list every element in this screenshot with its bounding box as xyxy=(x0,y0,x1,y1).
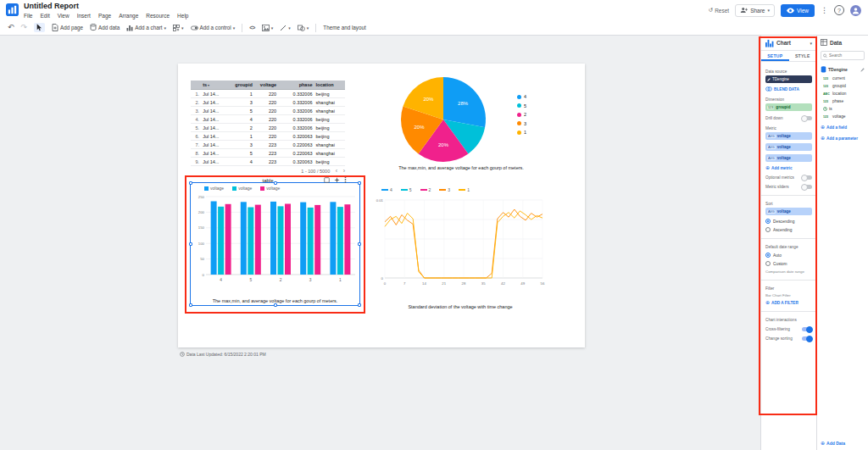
field-voltage[interactable]: 123voltage xyxy=(817,113,868,120)
legend-item-4[interactable]: 4 xyxy=(517,94,526,99)
resize-handle[interactable] xyxy=(358,181,361,185)
chart-panel-header[interactable]: Chart ▾ xyxy=(761,36,816,51)
line-legend-item-4[interactable]: 4 xyxy=(381,187,392,192)
add-chart-button[interactable]: Add a chart ▾ xyxy=(126,25,166,31)
search-field[interactable] xyxy=(821,51,865,60)
page-prev-icon[interactable]: ‹ xyxy=(336,168,337,174)
bar-4-series1[interactable] xyxy=(218,207,224,275)
reset-button[interactable]: ↺ Reset xyxy=(709,7,729,14)
date-range-option-auto[interactable]: Auto xyxy=(765,253,812,258)
app-logo-icon[interactable] xyxy=(6,3,19,16)
menu-arrange[interactable]: Arrange xyxy=(119,13,138,19)
menu-file[interactable]: File xyxy=(24,13,32,19)
bar-5-series1[interactable] xyxy=(248,208,253,275)
cross-filtering-toggle[interactable] xyxy=(802,327,812,331)
table-header-phase[interactable]: phase xyxy=(278,81,314,90)
report-canvas[interactable]: ts▾groupidvoltagephaselocation1.Jul 14..… xyxy=(0,36,760,450)
page-next-icon[interactable]: › xyxy=(343,168,345,174)
data-source-chip[interactable]: TDengine xyxy=(765,75,812,83)
table-row[interactable]: 5.Jul 14...22200.332006beijing xyxy=(191,124,345,132)
bar-2-series2[interactable] xyxy=(285,204,291,275)
tab-setup[interactable]: SETUP xyxy=(761,51,789,61)
bar-2-series1[interactable] xyxy=(278,206,284,275)
sort-option-descending[interactable]: Descending xyxy=(765,219,812,224)
table-header-voltage[interactable]: voltage xyxy=(254,81,278,90)
image-button[interactable]: ▾ xyxy=(262,25,274,31)
legend-item-1[interactable]: 1 xyxy=(517,130,526,135)
undo-button[interactable]: ↶ xyxy=(8,24,14,31)
theme-layout-button[interactable]: Theme and layout xyxy=(323,25,365,31)
menu-insert[interactable]: Insert xyxy=(77,13,91,19)
resize-handle[interactable] xyxy=(189,303,192,307)
menu-resource[interactable]: Resource xyxy=(146,13,170,19)
chevron-down-icon[interactable]: ▾ xyxy=(810,41,812,46)
resize-handle[interactable] xyxy=(358,303,361,307)
shape-tool-button[interactable]: ▾ xyxy=(298,25,309,31)
blend-data-button[interactable]: BLEND DATA xyxy=(765,86,812,92)
menu-edit[interactable]: Edit xyxy=(40,13,49,19)
date-range-option-custom[interactable]: Custom xyxy=(765,261,812,266)
more-options-icon[interactable]: ⋮ xyxy=(821,7,828,14)
table-row[interactable]: 1.Jul 14...12200.332006beijing xyxy=(191,90,345,98)
resize-handle[interactable] xyxy=(189,181,192,185)
embed-button[interactable]: <> xyxy=(249,25,255,31)
bar-4-series0[interactable] xyxy=(211,202,217,275)
table-row[interactable]: 8.Jul 14...52230.220063shanghai xyxy=(191,149,345,158)
add-metric-button[interactable]: ⊕ Add metric xyxy=(765,165,812,170)
field-ts[interactable]: ts xyxy=(817,105,868,113)
bar-1-series2[interactable] xyxy=(344,204,350,275)
pie-chart[interactable]: 28%20%20%20% 45231 The max,min, and aver… xyxy=(371,75,551,170)
line-legend-item-3[interactable]: 3 xyxy=(439,187,450,192)
share-button[interactable]: Share ▾ xyxy=(735,4,775,17)
edit-source-icon[interactable] xyxy=(860,68,865,72)
change-sorting-toggle[interactable] xyxy=(802,336,812,341)
tab-style[interactable]: STYLE xyxy=(789,51,817,61)
table-header-location[interactable]: location xyxy=(314,81,345,90)
optional-metrics-toggle[interactable] xyxy=(802,175,812,180)
table-header-ts[interactable]: ts▾ xyxy=(201,81,231,90)
select-tool-button[interactable] xyxy=(34,23,45,32)
line-chart[interactable]: 45231 07142128354249560.010 Standard dev… xyxy=(371,187,549,313)
table-row[interactable]: 6.Jul 14...12200.320063beijing xyxy=(191,132,345,141)
bar-1-series1[interactable] xyxy=(337,207,343,275)
bar-legend-item[interactable]: voltage xyxy=(232,186,252,191)
drill-down-toggle[interactable] xyxy=(802,116,812,120)
table-row[interactable]: 4.Jul 14...42200.332006beijing xyxy=(191,115,345,124)
bar-1-series0[interactable] xyxy=(330,202,336,275)
menu-view[interactable]: View xyxy=(58,13,70,19)
field-current[interactable]: 123current xyxy=(817,75,868,82)
add-filter-button[interactable]: ⊕ ADD A FILTER xyxy=(765,300,812,305)
search-input[interactable] xyxy=(829,53,862,58)
bar-chart[interactable]: voltagevoltagevoltage 050100150200250452… xyxy=(190,182,360,306)
metric-chip-voltage[interactable]: AVGvoltage xyxy=(765,143,812,151)
sort-option-ascending[interactable]: Ascending xyxy=(765,227,812,232)
add-control-button[interactable]: Add a control ▾ xyxy=(191,25,236,31)
table-row[interactable]: 7.Jul 14...32230.220063shanghai xyxy=(191,141,345,149)
report-page[interactable]: ts▾groupidvoltagephaselocation1.Jul 14..… xyxy=(178,64,585,347)
legend-item-3[interactable]: 3 xyxy=(517,121,526,126)
table-row[interactable]: 3.Jul 14...52200.332006shanghai xyxy=(191,107,345,115)
resize-handle[interactable] xyxy=(274,181,277,185)
report-title[interactable]: Untitled Report xyxy=(24,2,188,10)
add-parameter-button[interactable]: ⊕ Add a parameter xyxy=(817,134,868,142)
bar-legend-item[interactable]: voltage xyxy=(204,186,224,191)
line-legend-item-1[interactable]: 1 xyxy=(459,187,470,192)
metric-sliders-toggle[interactable] xyxy=(802,185,812,189)
bar-5-series0[interactable] xyxy=(241,202,247,275)
line-tool-button[interactable]: ▾ xyxy=(280,25,291,31)
bar-4-series2[interactable] xyxy=(225,204,231,275)
field-phase[interactable]: 123phase xyxy=(817,97,868,105)
menu-page[interactable]: Page xyxy=(98,13,111,19)
table-chart[interactable]: ts▾groupidvoltagephaselocation1.Jul 14..… xyxy=(191,81,345,183)
menu-help[interactable]: Help xyxy=(177,13,188,19)
bar-3-series0[interactable] xyxy=(300,203,306,275)
field-groupid[interactable]: 123groupid xyxy=(817,82,868,90)
dimension-chip-groupid[interactable]: 123 groupid xyxy=(765,103,812,111)
bar-5-series2[interactable] xyxy=(255,205,261,275)
table-row[interactable]: 9.Jul 14...42230.320063beijing xyxy=(191,158,345,166)
bar-2-series0[interactable] xyxy=(270,202,276,275)
bar-3-series2[interactable] xyxy=(314,205,320,275)
metric-chip-voltage[interactable]: AVGvoltage xyxy=(765,132,812,140)
line-legend-item-5[interactable]: 5 xyxy=(401,187,412,192)
user-avatar[interactable] xyxy=(850,5,861,16)
